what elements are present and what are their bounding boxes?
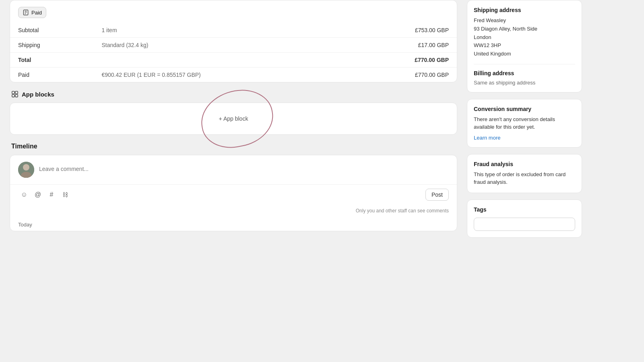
shipping-row: Shipping Standard (32.4 kg) £17.00 GBP (10, 38, 457, 53)
svg-rect-4 (15, 95, 18, 97)
billing-address-title: Billing address (474, 70, 575, 76)
total-row: Total £770.00 GBP (10, 53, 457, 68)
app-block-card: + App block (10, 103, 457, 135)
shipping-address-title: Shipping address (474, 7, 575, 13)
total-label: Total (10, 53, 93, 68)
paid-label: Paid (10, 68, 93, 82)
add-app-block-label: + App block (219, 115, 248, 122)
tags-card: Tags (467, 200, 582, 238)
paid-row: Paid €900.42 EUR (1 EUR = 0.855157 GBP) … (10, 68, 457, 82)
subtotal-row: Subtotal 1 item £753.00 GBP (10, 23, 457, 38)
shipping-desc: Standard (32.4 kg) (93, 38, 347, 53)
subtotal-amount: £753.00 GBP (347, 23, 457, 38)
total-amount: £770.00 GBP (347, 53, 457, 68)
address-card: Shipping address Fred Weasley 93 Diagon … (467, 0, 582, 93)
svg-rect-2 (15, 91, 18, 94)
shipping-name: Fred Weasley (474, 16, 575, 25)
conversion-text: There aren't any conversion details avai… (474, 115, 575, 131)
avatar-image (18, 162, 34, 178)
conversion-summary-card: Conversion summary There aren't any conv… (467, 99, 582, 148)
receipt-icon (23, 9, 29, 16)
main-column: Paid Subtotal 1 item £753.00 GBP Shippin… (0, 0, 467, 362)
paid-amount: £770.00 GBP (347, 68, 457, 82)
page-layout: Paid Subtotal 1 item £753.00 GBP Shippin… (0, 0, 644, 362)
svg-point-6 (23, 164, 29, 171)
svg-rect-3 (12, 95, 14, 97)
billing-same-note: Same as shipping address (474, 80, 575, 86)
timeline-card: ☺ @ # ⛓ Post Only you and other staff ca… (10, 155, 457, 231)
timeline-section: Timeline ☺ (10, 143, 457, 231)
tags-input[interactable] (474, 218, 575, 231)
comment-area (10, 155, 457, 185)
shipping-city: London (474, 33, 575, 42)
billing-section: Billing address Same as shipping address (474, 64, 575, 86)
comment-input[interactable] (39, 162, 449, 172)
learn-more-link[interactable]: Learn more (474, 135, 500, 141)
subtotal-desc: 1 item (93, 23, 347, 38)
app-blocks-title: App blocks (10, 90, 457, 98)
fraud-title: Fraud analysis (474, 161, 575, 167)
app-blocks-heading: App blocks (22, 91, 54, 98)
shipping-country: United Kingdom (474, 50, 575, 58)
app-blocks-section: App blocks + App block (10, 90, 457, 135)
fraud-analysis-card: Fraud analysis This type of order is exc… (467, 154, 582, 193)
fraud-text: This type of order is excluded from card… (474, 171, 575, 186)
today-label: Today (10, 218, 457, 231)
shipping-postal: WW12 3HP (474, 41, 575, 50)
paid-desc: €900.42 EUR (1 EUR = 0.855157 GBP) (93, 68, 347, 82)
shipping-amount: £17.00 GBP (347, 38, 457, 53)
link-button[interactable]: ⛓ (59, 189, 71, 201)
payment-card: Paid Subtotal 1 item £753.00 GBP Shippin… (10, 0, 457, 82)
paid-badge-label: Paid (31, 10, 42, 16)
add-app-block-button[interactable]: + App block (219, 115, 248, 122)
mention-button[interactable]: @ (32, 189, 44, 201)
subtotal-label: Subtotal (10, 23, 93, 38)
sidebar-column: Shipping address Fred Weasley 93 Diagon … (467, 0, 592, 362)
hashtag-icon: # (50, 191, 54, 198)
shipping-label: Shipping (10, 38, 93, 53)
emoji-button[interactable]: ☺ (18, 189, 30, 201)
avatar (18, 162, 34, 178)
tags-title: Tags (474, 206, 575, 213)
post-button[interactable]: Post (425, 189, 449, 201)
shipping-street: 93 Diagon Alley, North Side (474, 25, 575, 33)
order-table: Subtotal 1 item £753.00 GBP Shipping Sta… (10, 23, 457, 82)
timeline-heading: Timeline (10, 143, 457, 150)
svg-rect-1 (12, 91, 14, 94)
mention-icon: @ (35, 191, 41, 198)
staff-note: Only you and other staff can see comment… (10, 205, 457, 218)
hashtag-button[interactable]: # (45, 189, 58, 201)
link-icon: ⛓ (62, 191, 68, 198)
emoji-icon: ☺ (21, 191, 27, 198)
conversion-title: Conversion summary (474, 106, 575, 112)
paid-badge: Paid (18, 7, 46, 18)
app-blocks-icon (11, 90, 19, 98)
comment-toolbar: ☺ @ # ⛓ Post (10, 185, 457, 205)
